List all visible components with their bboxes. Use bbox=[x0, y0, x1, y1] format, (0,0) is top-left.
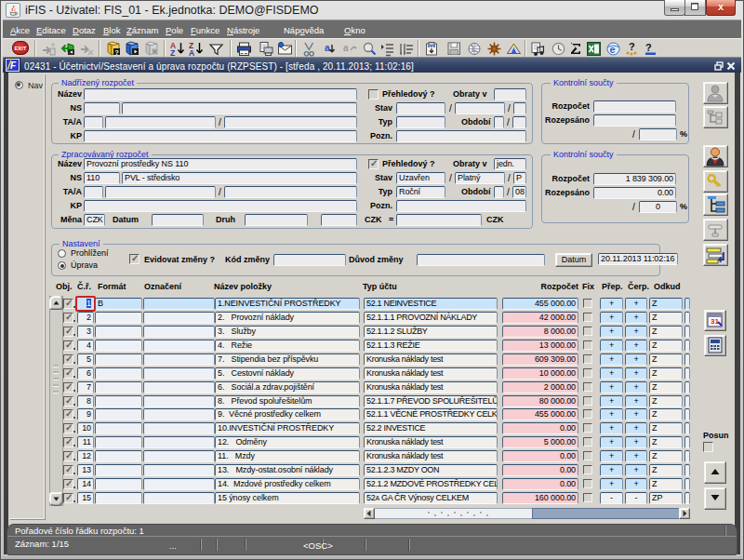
svg-text:A: A bbox=[189, 48, 194, 57]
svg-text:?: ? bbox=[629, 41, 635, 52]
svg-text:Z: Z bbox=[170, 48, 175, 57]
svg-text:?: ? bbox=[115, 49, 119, 56]
svg-text:F: F bbox=[10, 60, 17, 71]
svg-text:a: a bbox=[343, 43, 349, 53]
svg-text:31: 31 bbox=[711, 317, 719, 326]
svg-text:?: ? bbox=[645, 42, 652, 53]
svg-text:a: a bbox=[325, 43, 330, 53]
svg-text:e: e bbox=[610, 44, 616, 55]
